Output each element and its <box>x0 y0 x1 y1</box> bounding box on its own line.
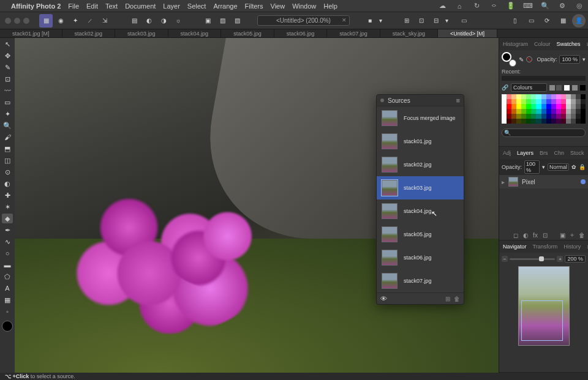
swatch[interactable] <box>581 109 586 114</box>
swatch[interactable] <box>541 119 546 124</box>
crop-layer-icon[interactable]: ⊡ <box>541 231 549 239</box>
swatch[interactable] <box>556 104 561 109</box>
toolbar-snap-dropdown-icon[interactable]: ▾ <box>444 14 450 28</box>
adjustment-icon[interactable]: ◐ <box>522 231 529 239</box>
swatch[interactable] <box>507 99 511 104</box>
tool-color-picker-icon[interactable]: ✎ <box>2 62 13 72</box>
swatch[interactable] <box>516 114 521 119</box>
swatch[interactable] <box>526 99 531 104</box>
swatch[interactable] <box>507 114 511 119</box>
tool-mesh-icon[interactable]: ▦ <box>2 295 13 305</box>
source-item[interactable]: stack06.jpg <box>377 246 464 269</box>
swatch-black-icon[interactable] <box>580 85 586 91</box>
status-control-center-icon[interactable]: ⚙ <box>557 1 567 11</box>
status-search-icon[interactable]: 🔍 <box>540 1 550 11</box>
swatch[interactable] <box>526 94 531 99</box>
swatch[interactable] <box>502 109 507 114</box>
swatch-grid-large-icon[interactable] <box>556 85 562 91</box>
document-tab[interactable]: stack06.jpg <box>274 29 328 37</box>
swatch[interactable] <box>507 94 511 99</box>
tool-move-icon[interactable]: ↖ <box>2 39 13 49</box>
swatch[interactable] <box>541 99 546 104</box>
zoom-value[interactable]: 200 % <box>565 255 586 263</box>
foreground-color-well[interactable] <box>2 321 13 332</box>
swatch[interactable] <box>561 114 566 119</box>
swatch[interactable] <box>546 109 551 114</box>
status-key-layout-icon[interactable]: ⌨ <box>523 1 533 11</box>
source-item[interactable]: stack01.jpg <box>377 130 464 153</box>
panel-menu-icon[interactable]: ≡ <box>586 39 588 49</box>
swatch[interactable] <box>511 114 516 119</box>
tab-colour[interactable]: Colour <box>533 40 552 48</box>
menu-view[interactable]: View <box>271 2 285 10</box>
swatch[interactable] <box>531 94 536 99</box>
tool-zoom-icon[interactable]: 🔍 <box>2 121 13 130</box>
tab-swatches[interactable]: Swatches <box>556 40 582 48</box>
group-icon[interactable]: ▣ <box>559 231 566 239</box>
close-window-button[interactable] <box>5 18 11 24</box>
toolbar-studio-icon[interactable]: ▭ <box>524 14 538 28</box>
swatch[interactable] <box>536 119 541 124</box>
swatch[interactable] <box>502 114 507 119</box>
document-tab[interactable]: stack01.jpg [M] <box>0 29 62 37</box>
blend-mode-selector[interactable]: Normal <box>548 163 569 171</box>
swatch[interactable] <box>507 104 511 109</box>
none-color-icon[interactable] <box>526 56 532 62</box>
toolbar-autobalance-icon[interactable]: ◑ <box>157 14 170 28</box>
swatch[interactable] <box>561 94 566 99</box>
tool-node-icon[interactable]: ◦ <box>2 307 13 316</box>
tool-paint-brush-icon[interactable]: 🖌 <box>2 132 13 142</box>
swatch[interactable] <box>571 99 576 104</box>
swatch[interactable] <box>556 119 561 124</box>
swatch[interactable] <box>516 99 521 104</box>
menu-edit[interactable]: Edit <box>86 2 98 10</box>
document-tab[interactable]: stack03.jpg <box>115 29 168 37</box>
swatch[interactable] <box>536 114 541 119</box>
toolbar-invert-icon[interactable]: ▨ <box>230 14 244 28</box>
tool-selection-brush-icon[interactable]: 〰 <box>2 86 13 95</box>
source-item[interactable]: stack04.jpg <box>377 199 464 223</box>
tool-gradient-icon[interactable]: ▬ <box>2 260 13 270</box>
tool-crop-icon[interactable]: ⊡ <box>2 74 13 84</box>
document-tab[interactable]: stack02.jpg <box>62 29 116 37</box>
swatch[interactable] <box>566 104 571 109</box>
tab-histogram[interactable]: Histogram <box>502 40 529 48</box>
layer-visibility-icon[interactable] <box>581 179 586 184</box>
swatch[interactable] <box>576 94 581 99</box>
tool-erase-icon[interactable]: ◫ <box>2 155 13 165</box>
toolbar-snap-icon[interactable]: ⊞ <box>400 14 413 28</box>
status-battery-icon[interactable]: 🔋 <box>506 1 516 11</box>
swatch[interactable] <box>502 104 507 109</box>
swatch[interactable] <box>531 119 536 124</box>
panel-menu-icon[interactable]: ≡ <box>586 242 588 251</box>
swatch[interactable] <box>551 94 556 99</box>
swatch[interactable] <box>551 114 556 119</box>
status-siri-icon[interactable]: ◎ <box>575 1 584 11</box>
menu-document[interactable]: Document <box>125 2 156 10</box>
swatch[interactable] <box>526 119 531 124</box>
swatch[interactable] <box>546 99 551 104</box>
swatch[interactable] <box>531 114 536 119</box>
swatch[interactable] <box>581 94 586 99</box>
document-tab[interactable]: stack_sky.jpg <box>380 29 438 37</box>
swatch[interactable] <box>531 109 536 114</box>
swatch[interactable] <box>576 114 581 119</box>
swatch[interactable] <box>571 94 576 99</box>
tab-stock[interactable]: Stock <box>569 149 586 157</box>
persona-export-icon[interactable]: ⇲ <box>98 14 111 28</box>
close-doc-icon[interactable]: ✕ <box>342 17 347 23</box>
app-menu[interactable]: Affinity Photo 2 <box>11 2 61 10</box>
swatch[interactable] <box>507 119 511 124</box>
panel-menu-icon[interactable]: ≡ <box>456 97 460 104</box>
color-wells[interactable] <box>502 52 516 67</box>
tool-flood-select-icon[interactable]: ✦ <box>2 109 13 119</box>
swatch-mid-icon[interactable] <box>572 85 578 91</box>
tab-history[interactable]: History <box>562 242 582 251</box>
swatch[interactable] <box>566 119 571 124</box>
palette-link-icon[interactable]: 🔗 <box>502 84 508 91</box>
document-tab[interactable]: stack04.jpg <box>168 29 222 37</box>
add-source-icon[interactable]: ⊞ <box>445 296 450 302</box>
swatch[interactable] <box>556 114 561 119</box>
swatch[interactable] <box>521 114 526 119</box>
blend-options-icon[interactable]: ✿ <box>571 164 576 170</box>
